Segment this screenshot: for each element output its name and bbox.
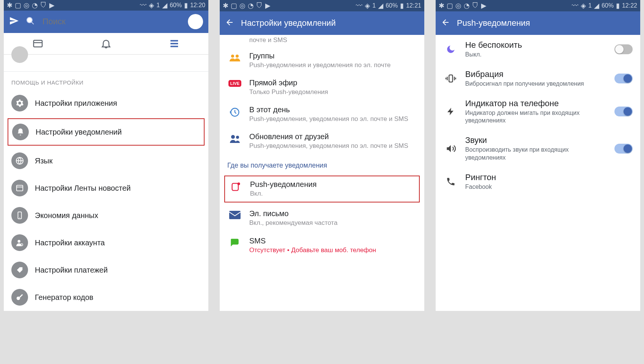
row-email[interactable]: Эл. письмоВкл., рекомендуемая частота [220, 205, 424, 232]
svg-rect-2 [34, 40, 42, 47]
sub: Отсутствует • Добавьте ваш моб. телефон [249, 246, 417, 254]
row-sounds[interactable]: ЗвукиВоспроизводить звуки при входящих у… [436, 130, 640, 167]
battery-icon: ▮ [400, 2, 404, 10]
appbar: Push-уведомления [436, 11, 640, 35]
hash-icon: ✱ [7, 1, 13, 9]
messenger-icon[interactable] [188, 14, 203, 29]
row-vibration[interactable]: ВибрацияВибросигнал при получении уведом… [436, 64, 640, 93]
send-icon[interactable] [9, 16, 19, 27]
signal-icon: ◢ [594, 2, 599, 10]
row-led[interactable]: Индикатор на телефонеИндикатор должен ми… [436, 93, 640, 130]
sync-icon: ◎ [23, 1, 30, 9]
row-live[interactable]: LIVE Прямой эфирТолько Push-уведомления [220, 74, 424, 101]
row-do-not-disturb[interactable]: Не беспокоитьВыкл. [436, 35, 640, 64]
battery-icon: ▮ [616, 2, 620, 10]
battery-icon: ▮ [184, 1, 188, 9]
phone-call-icon [443, 177, 458, 187]
search-input[interactable] [42, 16, 181, 27]
play-icon: ▶ [481, 2, 486, 10]
screen-settings-menu: ✱ ▢ ◎ ◔ ⛉ ▶ 〰 ◈ 1 ◢ 60% ▮ 12:20 ПОМОЩЬ И… [4, 0, 208, 311]
sub: Воспроизводить звуки при входящих уведом… [465, 146, 608, 162]
avatar[interactable] [11, 46, 28, 63]
push-icon [228, 180, 243, 192]
label: Настройки уведомлений [36, 128, 200, 136]
wifi-icon: ◈ [149, 1, 154, 9]
search-icon[interactable] [26, 16, 35, 27]
row-newsfeed-settings[interactable]: Настройки Ленты новостей [4, 174, 208, 202]
row-code-generator[interactable]: Генератор кодов [4, 284, 208, 311]
screen-push-notifications: ✱ ▢ ◎ ◔ ⛉ ▶ 〰 ◈ 1 ◢ 60% ▮ 12:22 Push-уве… [436, 0, 640, 311]
shield-icon: ⛉ [472, 2, 479, 10]
toggle-dnd[interactable] [614, 44, 633, 54]
sub: Push-уведомления, уведомления по эл. поч… [249, 142, 417, 150]
vibration-icon [443, 73, 458, 84]
tab-notifications[interactable] [72, 33, 140, 54]
wifi-icon: ◈ [581, 2, 586, 10]
row-account-settings[interactable]: Настройки аккаунта [4, 229, 208, 256]
tab-menu[interactable] [140, 33, 208, 54]
label: Настройки платежей [35, 266, 201, 275]
row-push-notifications[interactable]: Push-уведомленияВкл. [225, 176, 419, 202]
label: Генератор кодов [35, 293, 201, 302]
appbar: Настройки уведомлений [220, 11, 424, 35]
phone-icon [11, 207, 28, 224]
image-icon: ▢ [15, 1, 21, 9]
back-icon[interactable] [441, 18, 450, 28]
row-friend-updates[interactable]: Обновления от друзейPush-уведомления, ув… [220, 128, 424, 155]
page-title: Настройки уведомлений [241, 18, 336, 28]
status-bar: ✱ ▢ ◎ ◔ ⛉ ▶ 〰 ◈ 1 ◢ 60% ▮ 12:20 [4, 0, 208, 11]
image-icon: ▢ [231, 2, 237, 10]
svg-point-18 [236, 136, 239, 139]
groups-icon [227, 52, 242, 62]
vibrate-icon: 〰 [572, 2, 578, 10]
wifi-icon: ◈ [365, 2, 370, 10]
gear-icon [11, 95, 28, 111]
email-icon [227, 209, 242, 219]
row-payment-settings[interactable]: Настройки платежей [4, 256, 208, 284]
tag-icon [11, 262, 28, 278]
label: Экономия данных [35, 211, 201, 220]
svg-rect-21 [229, 211, 241, 219]
signal-icon: ◢ [162, 1, 167, 9]
title: Вибрация [465, 69, 608, 79]
svg-point-17 [231, 135, 235, 139]
vibrate-icon: 〰 [356, 2, 363, 10]
clock: 12:20 [190, 2, 205, 9]
toggle-vibration[interactable] [614, 74, 633, 83]
title: Прямой эфир [249, 78, 417, 87]
sub: Вкл. [250, 190, 416, 198]
history-icon [227, 105, 242, 118]
row-data-saver[interactable]: Экономия данных [4, 202, 208, 229]
status-bar: ✱ ▢ ◎ ◔ ⛉ ▶ 〰 ◈ 1 ◢ 60% ▮ 12:22 [436, 0, 640, 11]
row-sms[interactable]: SMSОтсутствует • Добавьте ваш моб. телеф… [220, 232, 424, 259]
moon-icon [443, 44, 458, 54]
toggle-sounds[interactable] [614, 144, 633, 154]
title: Не беспокоить [465, 40, 608, 50]
screen-notification-settings: ✱ ▢ ◎ ◔ ⛉ ▶ 〰 ◈ 1 ◢ 60% ▮ 12:21 Настройк… [220, 0, 424, 311]
row-app-settings[interactable]: Настройки приложения [4, 89, 208, 117]
back-icon[interactable] [225, 18, 234, 28]
hash-icon: ✱ [223, 2, 228, 10]
sub: Facebook [465, 183, 633, 191]
sim-label: 1 [372, 2, 376, 9]
title: В этот день [249, 105, 417, 114]
row-notification-settings[interactable]: Настройки уведомлений [8, 118, 205, 146]
image-icon: ▢ [447, 2, 453, 10]
sync-icon: ◎ [239, 2, 245, 10]
svg-point-0 [27, 17, 32, 23]
row-language[interactable]: Язык [4, 147, 208, 174]
toggle-led[interactable] [614, 107, 633, 116]
title: SMS [249, 237, 417, 245]
battery-pct: 60% [386, 2, 398, 9]
sub: Индикатор должен мигать при входящих уве… [465, 109, 608, 125]
row-ringtone[interactable]: РингтонFacebook [436, 167, 640, 196]
row-on-this-day[interactable]: В этот деньPush-уведомления, уведомления… [220, 101, 424, 128]
sub: Выкл. [465, 51, 608, 59]
pie-icon: ◔ [248, 2, 254, 10]
row-groups[interactable]: ГруппыPush-уведомления и уведомления по … [220, 47, 424, 74]
label: Настройки Ленты новостей [35, 184, 201, 193]
truncated-sub: почте и SMS [220, 35, 424, 47]
hash-icon: ✱ [439, 2, 444, 10]
friends-icon [227, 132, 242, 144]
title: Индикатор на телефоне [465, 99, 608, 108]
